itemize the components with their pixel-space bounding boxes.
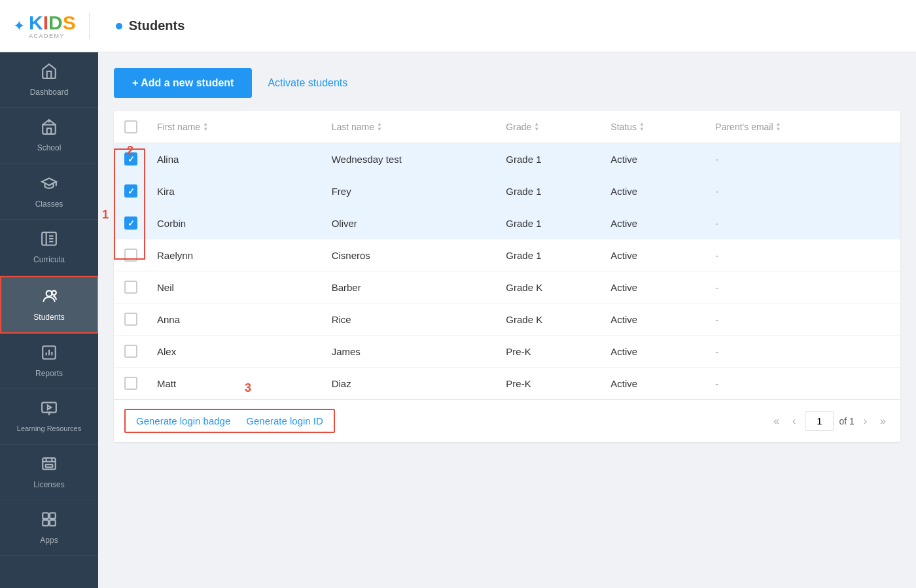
cell-grade-7: Pre-K	[506, 346, 610, 357]
svg-rect-12	[42, 403, 56, 413]
row-checkbox-7[interactable]	[124, 345, 157, 358]
checkbox-corbin[interactable]	[124, 216, 137, 230]
page-number-input[interactable]	[805, 411, 834, 431]
school-icon	[41, 118, 58, 139]
first-name-sort[interactable]: ▲▼	[203, 122, 208, 132]
prev-page-button[interactable]: ‹	[788, 413, 800, 430]
last-name-sort[interactable]: ▲▼	[377, 122, 382, 132]
logo-i: I	[43, 13, 48, 33]
cell-status-7: Active	[610, 346, 715, 357]
cell-status-8: Active	[610, 378, 715, 389]
licenses-icon	[41, 455, 58, 476]
svg-rect-23	[43, 520, 48, 526]
students-icon	[41, 288, 58, 309]
checkbox-matt[interactable]	[124, 377, 137, 390]
sidebar-label-reports: Reports	[35, 369, 63, 378]
svg-point-6	[46, 290, 52, 296]
svg-rect-21	[43, 513, 48, 519]
sidebar-item-classes[interactable]: Classes	[0, 164, 98, 220]
reports-icon	[41, 344, 58, 365]
row-checkbox-5[interactable]	[124, 281, 157, 294]
checkbox-neil[interactable]	[124, 281, 137, 294]
cell-status-3: Active	[610, 218, 715, 229]
cell-email-5: -	[715, 282, 890, 293]
grade-sort[interactable]: ▲▼	[534, 122, 539, 132]
generate-login-id-button[interactable]: Generate login ID	[246, 415, 323, 426]
sidebar-item-reports[interactable]: Reports	[0, 334, 98, 389]
cell-status-1: Active	[610, 154, 715, 165]
cell-email-8: -	[715, 378, 890, 389]
checkbox-raelynn[interactable]	[124, 249, 137, 262]
page-dot	[116, 23, 122, 29]
cell-first-name-1: Alina	[157, 154, 332, 165]
cell-first-name-6: Anna	[157, 314, 332, 325]
cell-grade-1: Grade 1	[506, 154, 610, 165]
sidebar-label-learning-resources: Learning Resources	[17, 424, 81, 433]
add-student-button[interactable]: + Add a new student	[114, 68, 252, 98]
checkbox-anna[interactable]	[124, 313, 137, 326]
activate-students-button[interactable]: Activate students	[268, 77, 347, 89]
pagination-total: of 1	[839, 416, 854, 426]
first-name-label: First name	[157, 122, 200, 132]
sidebar-item-learning-resources[interactable]: Learning Resources	[0, 389, 98, 444]
parent-email-sort[interactable]: ▲▼	[776, 122, 781, 132]
svg-marker-15	[48, 406, 51, 410]
row-checkbox-2[interactable]	[124, 184, 157, 198]
cell-last-name-5: Barber	[332, 282, 506, 293]
logo-k: K	[29, 13, 43, 33]
row-checkbox-4[interactable]	[124, 249, 157, 262]
checkbox-alex[interactable]	[124, 345, 137, 358]
cell-last-name-7: James	[332, 346, 506, 357]
sidebar-item-dashboard[interactable]: Dashboard	[0, 52, 98, 108]
cell-last-name-3: Oliver	[332, 218, 506, 229]
cell-last-name-8: Diaz	[332, 378, 506, 389]
classes-icon	[41, 175, 58, 196]
row-checkbox-3[interactable]	[124, 216, 157, 230]
sidebar-label-classes: Classes	[35, 199, 63, 209]
cell-first-name-4: Raelynn	[157, 250, 332, 261]
sidebar-item-licenses[interactable]: Licenses	[0, 445, 98, 500]
sidebar-label-students: Students	[33, 313, 64, 322]
row-checkbox-6[interactable]	[124, 313, 157, 326]
generate-login-badge-button[interactable]: Generate login badge	[136, 415, 230, 426]
table-row: Kira Frey Grade 1 Active -	[114, 175, 900, 207]
sidebar-item-students[interactable]: Students	[0, 276, 98, 334]
row-checkbox-8[interactable]	[124, 377, 157, 390]
cell-email-3: -	[715, 218, 890, 229]
checkbox-kira[interactable]	[124, 184, 137, 198]
cell-grade-4: Grade 1	[506, 250, 610, 261]
first-page-button[interactable]: «	[769, 413, 783, 430]
grade-label: Grade	[506, 122, 531, 132]
last-page-button[interactable]: »	[876, 413, 890, 430]
table-row: Raelynn Cisneros Grade 1 Active -	[114, 239, 900, 271]
sidebar-item-school[interactable]: School	[0, 108, 98, 164]
header-first-name: First name ▲▼	[157, 120, 332, 133]
sidebar-label-apps: Apps	[40, 536, 58, 545]
cell-status-5: Active	[610, 282, 715, 293]
table-row: Corbin Oliver Grade 1 Active -	[114, 207, 900, 239]
select-all-checkbox[interactable]	[124, 120, 137, 133]
logo-d: D	[48, 13, 63, 33]
cell-email-7: -	[715, 346, 890, 357]
sidebar-label-school: School	[37, 143, 62, 152]
table-header: First name ▲▼ Last name ▲▼ Grade ▲▼ Stat…	[114, 111, 900, 143]
students-table: First name ▲▼ Last name ▲▼ Grade ▲▼ Stat…	[114, 111, 900, 442]
footer-actions: Generate login badge Generate login ID	[124, 409, 335, 433]
parent-email-label: Parent's email	[715, 122, 773, 132]
cell-first-name-7: Alex	[157, 346, 332, 357]
cell-grade-2: Grade 1	[506, 186, 610, 197]
table-row: Alex James Pre-K Active -	[114, 336, 900, 368]
status-sort[interactable]: ▲▼	[639, 122, 644, 132]
header-grade: Grade ▲▼	[506, 120, 610, 133]
sidebar-label-dashboard: Dashboard	[30, 88, 69, 97]
sidebar-item-curricula[interactable]: Curricula	[0, 220, 98, 275]
logo-kids-text: K I D S	[29, 13, 76, 33]
next-page-button[interactable]: ›	[860, 413, 871, 430]
logo-star-icon: ✦	[13, 18, 25, 35]
page-title: Students	[129, 18, 185, 33]
logo-academy-label: ACADEMY	[29, 33, 65, 39]
cell-first-name-2: Kira	[157, 186, 332, 197]
cell-last-name-1: Wednesday test	[332, 154, 506, 165]
cell-status-2: Active	[610, 186, 715, 197]
sidebar-item-apps[interactable]: Apps	[0, 500, 98, 556]
